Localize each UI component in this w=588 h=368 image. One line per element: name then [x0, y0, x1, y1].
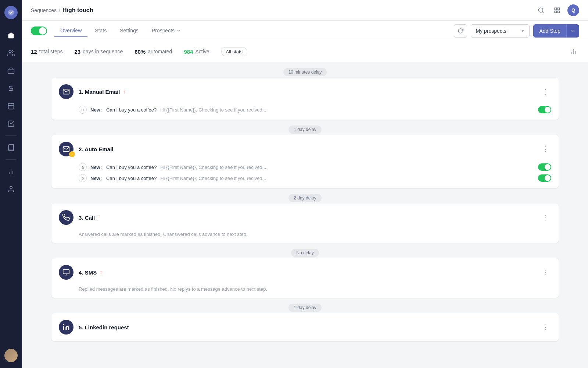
- svg-point-12: [538, 8, 543, 12]
- auto-badge-icon: ⚡: [69, 151, 75, 157]
- search-button[interactable]: [535, 4, 547, 16]
- svg-rect-15: [558, 8, 560, 10]
- svg-rect-4: [8, 103, 14, 109]
- breadcrumb: Sequences / High touch: [31, 7, 93, 14]
- step-2-variant-a: a New: Can I buy you a coffee? Hi {{Firs…: [79, 163, 551, 171]
- svg-point-22: [63, 324, 64, 325]
- step-1-variants: a New: Can I buy you a coffee? Hi {{Firs…: [51, 106, 559, 120]
- step-2-icon: ⚡: [59, 142, 74, 156]
- step-1-variant-a: a New: Can I buy you a coffee? Hi {{Firs…: [79, 106, 551, 114]
- subnav-tabs: Overview Stats Settings Prospects: [54, 25, 187, 37]
- sidebar-item-calendar[interactable]: [4, 99, 18, 113]
- delay-badge-5: 1 day delay: [22, 304, 588, 312]
- stat-automated-label: automated: [148, 49, 172, 54]
- step-1-title: 1. Manual Email ↑: [79, 89, 126, 95]
- tab-stats[interactable]: Stats: [89, 25, 112, 37]
- step-card-4: 4. SMS ↑ ⋮ Replied messages are marked a…: [51, 258, 559, 298]
- variant-2a-subject: Can I buy you a coffee?: [106, 164, 157, 170]
- svg-point-11: [10, 187, 12, 189]
- add-step-button[interactable]: Add Step: [533, 24, 566, 38]
- sidebar-item-home[interactable]: [4, 28, 18, 43]
- variant-a-label: New:: [90, 107, 102, 113]
- sidebar-item-user[interactable]: [4, 182, 18, 197]
- stat-active-value: 984: [184, 49, 193, 55]
- add-step-dropdown-button[interactable]: [566, 24, 579, 38]
- all-stats-button[interactable]: All stats: [221, 47, 248, 56]
- stat-total-steps: 12 total steps: [31, 49, 63, 55]
- sidebar-divider-1: [6, 135, 17, 136]
- variant-2b-preview: Hi {{First Name}}, Checking to see if yo…: [160, 176, 266, 181]
- user-avatar-button[interactable]: Q: [567, 4, 579, 16]
- variant-a-subject: Can I buy you a coffee?: [106, 107, 157, 113]
- svg-rect-21: [63, 270, 69, 274]
- step-5-header: 5. Linkedin request ⋮: [51, 313, 559, 341]
- step-3-menu[interactable]: ⋮: [539, 212, 551, 223]
- step-1-menu[interactable]: ⋮: [539, 86, 551, 98]
- variant-2a-letter: a: [79, 163, 87, 171]
- stats-chart-icon[interactable]: [567, 46, 579, 57]
- variant-letter-a: a: [79, 106, 87, 114]
- delay-label-1: 10 minutes delay: [283, 68, 327, 76]
- sequence-toggle[interactable]: [31, 26, 47, 35]
- delay-badge-2: 1 day delay: [22, 125, 588, 134]
- delay-badge-3: 2 day delay: [22, 194, 588, 202]
- sidebar-item-book[interactable]: [4, 140, 18, 155]
- breadcrumb-parent[interactable]: Sequences: [31, 7, 57, 13]
- step-4-priority-icon: ↑: [100, 269, 102, 275]
- step-card-2: ⚡ 2. Auto Email ⋮ a New: Can I buy you a…: [51, 135, 559, 188]
- topbar: Sequences / High touch Q: [22, 0, 588, 21]
- delay-badge-4: No delay: [22, 249, 588, 257]
- step-3-title: 3. Call ↑: [79, 215, 100, 221]
- step-4-menu[interactable]: ⋮: [539, 266, 551, 278]
- main-content: Sequences / High touch Q Overview Stats …: [22, 0, 588, 368]
- my-prospects-dropdown[interactable]: My prospects ▼: [471, 24, 530, 38]
- tab-overview[interactable]: Overview: [54, 25, 87, 37]
- step-5-icon: [59, 320, 74, 335]
- step-4-header: 4. SMS ↑ ⋮: [51, 258, 559, 286]
- variant-2a-preview: Hi {{First Name}}, Checking to see if yo…: [160, 164, 266, 170]
- add-step-label: Add Step: [539, 28, 560, 34]
- step-2-variants: a New: Can I buy you a coffee? Hi {{Firs…: [51, 163, 559, 188]
- step-3-header: 3. Call ↑ ⋮: [51, 204, 559, 231]
- sidebar-item-briefcase[interactable]: [4, 63, 18, 78]
- sidebar-item-people[interactable]: [4, 46, 18, 60]
- sidebar: [0, 0, 22, 368]
- step-card-3: 3. Call ↑ ⋮ Answered calls are marked as…: [51, 204, 559, 243]
- variant-2b-toggle[interactable]: [538, 174, 551, 182]
- variant-2b-label: New:: [90, 176, 102, 181]
- my-prospects-label: My prospects: [476, 28, 506, 34]
- step-5-menu[interactable]: ⋮: [539, 321, 551, 333]
- step-card-5: 5. Linkedin request ⋮: [51, 313, 559, 341]
- step-5-title: 5. Linkedin request: [79, 324, 129, 330]
- refresh-button[interactable]: [454, 24, 467, 38]
- add-step-group: Add Step: [533, 24, 579, 38]
- delay-label-3: 2 day delay: [288, 194, 321, 202]
- sidebar-user-avatar[interactable]: [4, 349, 18, 362]
- svg-rect-14: [555, 8, 556, 10]
- tab-prospects[interactable]: Prospects: [146, 25, 187, 37]
- breadcrumb-current: High touch: [62, 7, 93, 14]
- tab-settings[interactable]: Settings: [114, 25, 144, 37]
- stat-active-label: Active: [195, 49, 209, 54]
- step-3-description: Answered calls are marked as finished. U…: [51, 231, 559, 243]
- step-1-icon: [59, 84, 74, 99]
- stat-days-label: days in sequence: [83, 49, 123, 54]
- subnav: Overview Stats Settings Prospects My pro…: [22, 21, 588, 41]
- sidebar-item-check[interactable]: [4, 116, 18, 131]
- step-3-priority-icon: ↑: [98, 215, 100, 220]
- variant-2a-toggle[interactable]: [538, 163, 551, 171]
- stat-total-steps-label: total steps: [39, 49, 63, 54]
- step-1-priority-icon: ↑: [123, 89, 126, 95]
- svg-line-13: [542, 11, 543, 13]
- step-4-description: Replied messages are marked as finished.…: [51, 286, 559, 298]
- stat-automated: 60% automated: [135, 49, 172, 55]
- variant-2b-subject: Can I buy you a coffee?: [106, 176, 157, 181]
- delay-badge-1: 10 minutes delay: [22, 68, 588, 76]
- step-2-header: ⚡ 2. Auto Email ⋮: [51, 135, 559, 163]
- sidebar-item-dollar[interactable]: [4, 81, 18, 96]
- app-logo[interactable]: [4, 6, 18, 19]
- sidebar-item-chart[interactable]: [4, 164, 18, 179]
- variant-a-toggle[interactable]: [538, 106, 551, 113]
- grid-button[interactable]: [551, 4, 563, 16]
- step-2-menu[interactable]: ⋮: [539, 143, 551, 155]
